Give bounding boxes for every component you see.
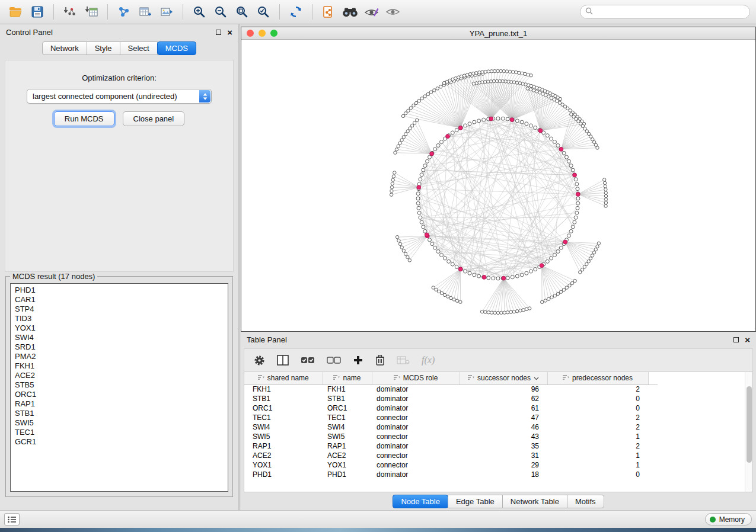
network-view-window: YPA_prune.txt_1: [241, 27, 756, 332]
zoom-out-icon[interactable]: [210, 2, 231, 21]
result-node-item[interactable]: PMA2: [15, 352, 224, 361]
show-columns-icon[interactable]: [277, 355, 289, 366]
table-row[interactable]: TEC1TEC1connector472: [244, 413, 658, 422]
eye-icon[interactable]: [382, 2, 403, 21]
open-file-icon[interactable]: [6, 2, 26, 21]
import-table-file-icon[interactable]: [81, 2, 101, 21]
table-cell: 31: [460, 451, 547, 460]
clear-table-icon-disabled: [397, 355, 410, 365]
scrollbar-thumb[interactable]: [747, 386, 752, 463]
table-row[interactable]: SWI5SWI5connector431: [244, 432, 658, 441]
add-column-icon[interactable]: [353, 355, 363, 366]
mcds-result-title: MCDS result (17 nodes): [10, 272, 97, 281]
column-header-shared-name[interactable]: shared name: [244, 372, 323, 384]
column-header-MCDS-role[interactable]: MCDS role: [372, 372, 460, 384]
table-vertical-scrollbar[interactable]: [745, 372, 752, 492]
save-session-icon[interactable]: [27, 2, 47, 21]
tab-mcds[interactable]: MCDS: [157, 41, 196, 55]
share-document-icon[interactable]: [318, 2, 339, 21]
tab-style[interactable]: Style: [87, 41, 120, 55]
window-close-icon[interactable]: [247, 30, 254, 37]
table-tab-network-table[interactable]: Network Table: [502, 495, 567, 508]
table-settings-gear-icon[interactable]: [254, 355, 265, 366]
column-header-successor-nodes[interactable]: successor nodes: [460, 372, 547, 384]
result-node-item[interactable]: ACE2: [15, 371, 224, 380]
import-network-file-icon[interactable]: [60, 2, 80, 21]
table-cell: STB1: [244, 394, 323, 403]
table-tab-motifs[interactable]: Motifs: [567, 495, 604, 508]
result-node-item[interactable]: SWI5: [15, 418, 224, 428]
network-canvas[interactable]: [241, 40, 755, 331]
refresh-layout-icon[interactable]: [286, 2, 306, 21]
zoom-selected-icon[interactable]: [253, 2, 273, 21]
result-node-item[interactable]: GCR1: [15, 437, 224, 447]
close-panel-button[interactable]: Close panel: [123, 111, 185, 126]
delete-column-icon[interactable]: [375, 354, 385, 366]
close-table-panel-icon[interactable]: ×: [745, 335, 750, 344]
table-row[interactable]: ACE2ACE2connector311: [244, 451, 658, 460]
mcds-result-list: PHD1CAR1STP4TID3YOX1SWI4SRD1PMA2FKH1ACE2…: [10, 283, 228, 492]
table-row[interactable]: ORC1ORC1dominator610: [244, 403, 658, 413]
zoom-in-icon[interactable]: [189, 2, 209, 21]
new-network-icon[interactable]: [114, 2, 134, 21]
show-hide-eye-icon[interactable]: [361, 2, 381, 21]
result-node-item[interactable]: STB1: [15, 409, 224, 418]
select-all-icon[interactable]: [301, 355, 315, 365]
result-node-item[interactable]: YOX1: [15, 323, 224, 333]
result-node-item[interactable]: SWI4: [15, 333, 224, 342]
row-filler: [648, 451, 658, 460]
result-node-item[interactable]: TEC1: [15, 428, 224, 437]
column-header-predecessor-nodes[interactable]: predecessor nodes: [547, 372, 648, 384]
result-node-item[interactable]: RAP1: [15, 399, 224, 409]
result-node-item[interactable]: PHD1: [15, 286, 224, 295]
result-node-item[interactable]: CAR1: [15, 295, 224, 305]
node-table: shared namenameMCDS rolesuccessor nodesp…: [244, 372, 658, 479]
float-table-panel-icon[interactable]: [733, 337, 739, 342]
memory-button[interactable]: Memory: [705, 513, 752, 525]
table-panel: Table Panel ×: [241, 332, 756, 510]
global-search-field[interactable]: [580, 5, 750, 19]
result-node-item[interactable]: FKH1: [15, 361, 224, 371]
table-row[interactable]: STB1STB1dominator620: [244, 394, 658, 403]
export-image-icon[interactable]: [157, 2, 177, 21]
network-window-titlebar[interactable]: YPA_prune.txt_1: [241, 27, 755, 40]
result-node-item[interactable]: SRD1: [15, 342, 224, 352]
tab-network[interactable]: Network: [42, 41, 87, 55]
task-history-icon[interactable]: [4, 513, 20, 525]
table-cell: 62: [460, 394, 547, 403]
result-node-item[interactable]: STB5: [15, 380, 224, 390]
toolbar-separator: [107, 4, 108, 20]
table-row[interactable]: FKH1FKH1dominator962: [244, 384, 658, 394]
table-cell: 0: [547, 394, 648, 403]
control-panel-tabs: NetworkStyleSelectMCDS: [0, 40, 238, 59]
result-node-item[interactable]: ORC1: [15, 390, 224, 399]
result-node-item[interactable]: TID3: [15, 314, 224, 323]
table-row[interactable]: RAP1RAP1dominator352: [244, 441, 658, 451]
table-row[interactable]: PHD1PHD1dominator180: [244, 470, 658, 479]
binoculars-icon[interactable]: [340, 2, 360, 21]
network-graph[interactable]: [241, 40, 755, 331]
mcds-panel-body: Optimization criterion: largest connecte…: [5, 60, 234, 272]
close-panel-icon[interactable]: ×: [227, 28, 232, 37]
window-minimize-icon[interactable]: [259, 30, 266, 37]
table-row[interactable]: SWI4SWI4dominator462: [244, 422, 658, 432]
window-maximize-icon[interactable]: [270, 30, 277, 37]
new-table-icon[interactable]: [135, 2, 155, 21]
table-cell: 1: [547, 460, 648, 470]
table-cell: 35: [460, 441, 547, 451]
criterion-dropdown[interactable]: largest connected component (undirected): [27, 89, 212, 104]
table-cell: 2: [547, 441, 648, 451]
tab-select[interactable]: Select: [120, 41, 158, 55]
search-input[interactable]: [596, 8, 745, 16]
float-panel-icon[interactable]: [216, 30, 221, 35]
zoom-fit-icon[interactable]: [232, 2, 252, 21]
deselect-all-icon[interactable]: [327, 355, 341, 365]
table-cell: dominator: [372, 403, 460, 413]
table-row[interactable]: YOX1YOX1connector291: [244, 460, 658, 470]
node-table-area: shared namenameMCDS rolesuccessor nodesp…: [244, 372, 753, 492]
table-tab-node-table[interactable]: Node Table: [393, 495, 448, 508]
run-mcds-button[interactable]: Run MCDS: [54, 111, 114, 126]
table-tab-edge-table[interactable]: Edge Table: [448, 495, 503, 508]
column-header-name[interactable]: name: [323, 372, 372, 384]
result-node-item[interactable]: STP4: [15, 305, 224, 314]
